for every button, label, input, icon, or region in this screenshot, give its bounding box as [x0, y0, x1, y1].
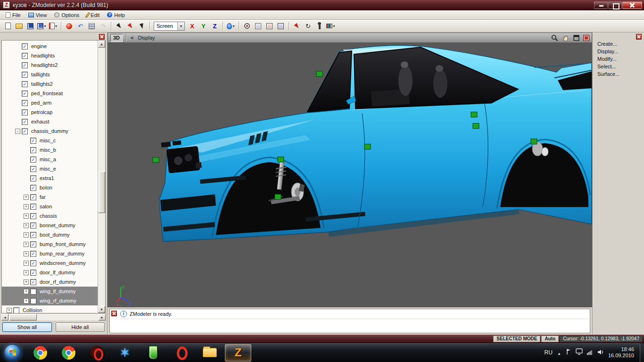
- menu-item-edit[interactable]: Edit: [83, 11, 103, 19]
- tree-item-Collision[interactable]: +Collision: [2, 305, 98, 313]
- mirror-tool-button[interactable]: [264, 21, 275, 31]
- viewport-layout-icon[interactable]: [583, 35, 589, 41]
- axis-y-button[interactable]: Y: [198, 21, 209, 31]
- tree-item-bump_front_dummy[interactable]: +✓bump_front_dummy: [2, 239, 98, 249]
- visibility-checkbox[interactable]: ✓: [22, 81, 28, 87]
- move-tool-button[interactable]: [291, 21, 302, 31]
- start-button[interactable]: [4, 344, 21, 362]
- expand-icon[interactable]: +: [24, 214, 29, 219]
- visibility-checkbox[interactable]: ✓: [22, 100, 28, 106]
- language-indicator[interactable]: RU: [545, 349, 553, 356]
- expand-icon[interactable]: +: [24, 251, 29, 256]
- visibility-checkbox[interactable]: ✓: [22, 90, 28, 97]
- scroll-down-icon[interactable]: ▼: [98, 306, 105, 313]
- command-display[interactable]: Display...: [593, 48, 644, 55]
- visibility-checkbox[interactable]: ✓: [22, 43, 28, 49]
- volume-icon[interactable]: [597, 348, 604, 357]
- clock[interactable]: 18:46 16.09.2010: [608, 346, 634, 359]
- visibility-checkbox[interactable]: ✓: [30, 251, 36, 257]
- tree-item-taillights2[interactable]: ✓taillights2: [2, 79, 98, 89]
- expand-icon[interactable]: +: [24, 261, 29, 266]
- pan-tool-icon[interactable]: [561, 34, 570, 42]
- tree-item-bolon[interactable]: ✓bolon: [2, 183, 98, 192]
- blue-star-app-taskbar-button[interactable]: ✶: [112, 344, 138, 362]
- tree-item-chassis[interactable]: +✓chassis: [2, 211, 98, 221]
- hidden-icons-chevron[interactable]: [557, 348, 561, 357]
- scroll-track[interactable]: [98, 48, 105, 306]
- visibility-checkbox[interactable]: ✓: [30, 138, 36, 144]
- expand-icon[interactable]: +: [24, 223, 29, 228]
- expand-icon[interactable]: +: [7, 308, 12, 313]
- palette-button[interactable]: ▾: [325, 21, 336, 31]
- tree-vertical-scrollbar[interactable]: ▲ ▼: [98, 41, 105, 313]
- tree-item-wing_lf_dummy[interactable]: +wing_lf_dummy: [2, 287, 98, 296]
- command-panel-close-icon[interactable]: [636, 34, 642, 40]
- expand-icon[interactable]: +: [24, 270, 29, 275]
- menu-item-options[interactable]: Options: [50, 11, 83, 19]
- visibility-checkbox[interactable]: ✓: [30, 156, 36, 163]
- redo-button[interactable]: ↷: [98, 21, 108, 31]
- visibility-checkbox[interactable]: ✓: [30, 213, 36, 219]
- tree-item-windscreen_dummy[interactable]: +✓windscreen_dummy: [2, 258, 98, 268]
- expand-icon[interactable]: +: [24, 232, 29, 238]
- scroll-track[interactable]: [8, 314, 99, 321]
- tree-item-petrolcap[interactable]: ✓petrolcap: [2, 107, 98, 117]
- command-modify[interactable]: Modify...: [593, 55, 644, 63]
- visibility-checkbox[interactable]: ✓: [30, 204, 36, 210]
- tree-item-misc_e[interactable]: ✓misc_e: [2, 164, 98, 173]
- scroll-right-icon[interactable]: ►: [99, 314, 106, 321]
- visibility-checkbox[interactable]: ✓: [22, 62, 28, 68]
- collapse-icon[interactable]: −: [15, 129, 20, 134]
- green-glass-app-taskbar-button[interactable]: [140, 344, 166, 362]
- visibility-checkbox[interactable]: ✓: [30, 166, 36, 172]
- select-area-button[interactable]: [125, 21, 136, 31]
- expand-icon[interactable]: +: [24, 204, 29, 209]
- visibility-checkbox[interactable]: ✓: [22, 53, 28, 59]
- rotate-tool-button[interactable]: ↻: [303, 21, 314, 31]
- opera-taskbar-button[interactable]: [168, 344, 195, 362]
- axis-z-button[interactable]: Z: [209, 21, 220, 31]
- show-desktop-button[interactable]: [640, 343, 644, 362]
- expand-icon[interactable]: +: [24, 242, 29, 247]
- visibility-checkbox[interactable]: ✓: [30, 260, 36, 266]
- select-poly-button[interactable]: [136, 21, 147, 31]
- scene-panel-close-icon[interactable]: [99, 34, 105, 40]
- tree-item-salon[interactable]: +✓salon: [2, 202, 98, 211]
- visibility-checkbox[interactable]: [30, 298, 36, 304]
- scroll-left-icon[interactable]: ◄: [1, 314, 8, 321]
- tree-horizontal-scrollbar[interactable]: ◄ ►: [1, 314, 106, 321]
- tree-item-extra1[interactable]: ✓extra1: [2, 173, 98, 183]
- tree-item-misc_c[interactable]: ✓misc_c: [2, 136, 98, 145]
- tree-item-boot_dummy[interactable]: +✓boot_dummy: [2, 230, 98, 239]
- new-file-button[interactable]: [2, 21, 13, 31]
- visibility-checkbox[interactable]: ✓: [30, 241, 36, 247]
- tree-item-bump_rear_dummy[interactable]: +✓bump_rear_dummy: [2, 249, 98, 258]
- export-button[interactable]: ▾: [48, 21, 58, 31]
- viewport-mode-button[interactable]: 3D: [110, 34, 123, 42]
- tree-item-misc_a[interactable]: ✓misc_a: [2, 155, 98, 164]
- visibility-checkbox[interactable]: ✓: [30, 279, 36, 285]
- scroll-thumb[interactable]: [9, 314, 37, 321]
- network-icon[interactable]: [587, 348, 593, 357]
- menu-item-view[interactable]: View: [25, 11, 51, 19]
- visibility-checkbox[interactable]: ✓: [30, 270, 36, 276]
- 3d-viewport[interactable]: y x z: [107, 43, 592, 307]
- tree-item-engine[interactable]: ✓engine: [2, 41, 98, 51]
- visibility-checkbox[interactable]: ✓: [22, 109, 28, 115]
- show-all-button[interactable]: Show all: [2, 322, 52, 332]
- log-close-icon[interactable]: [111, 311, 117, 316]
- uv-tool-button[interactable]: [275, 21, 286, 31]
- visibility-checkbox[interactable]: [13, 307, 19, 313]
- zoom-tool-icon[interactable]: [551, 34, 559, 42]
- save-button[interactable]: [25, 21, 36, 31]
- tree-item-ped_arm[interactable]: ✓ped_arm: [2, 98, 98, 107]
- grid-toggle-button[interactable]: [253, 21, 264, 31]
- command-select[interactable]: Select...: [593, 63, 644, 70]
- material-editor-button[interactable]: [64, 21, 74, 31]
- opera-dark-taskbar-button[interactable]: [83, 344, 110, 362]
- view-back-button[interactable]: <: [130, 35, 134, 41]
- visibility-checkbox[interactable]: ✓: [22, 72, 28, 78]
- visibility-checkbox[interactable]: ✓: [22, 128, 28, 134]
- expand-icon[interactable]: +: [24, 280, 29, 285]
- chrome-taskbar-button[interactable]: [27, 344, 53, 362]
